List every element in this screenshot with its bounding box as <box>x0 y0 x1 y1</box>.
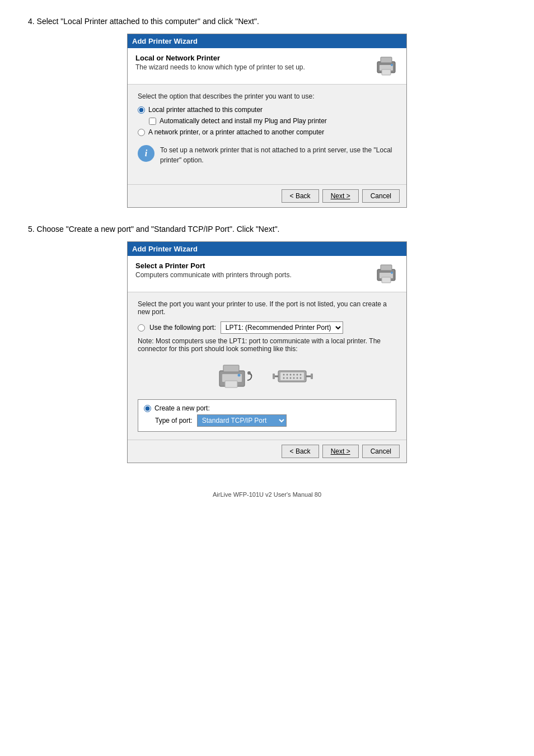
footer-text: AirLive WFP-101U v2 User's Manual 80 <box>213 491 321 498</box>
wizard-dialog-1: Add Printer Wizard Local or Network Prin… <box>127 34 407 208</box>
radio-network-printer-label: A network printer, or a printer attached… <box>148 128 324 136</box>
back-button-2[interactable]: < Back <box>282 445 319 458</box>
type-row: Type of port: Standard TCP/IP Port <box>155 414 390 427</box>
svg-rect-13 <box>225 381 237 388</box>
checkbox-pnp-label: Automatically detect and install my Plug… <box>160 117 327 125</box>
use-port-label: Use the following port: <box>149 324 216 332</box>
svg-rect-2 <box>381 57 392 63</box>
radio-create-port-input[interactable] <box>144 405 151 412</box>
radio-create-port[interactable]: Create a new port: <box>144 404 390 412</box>
svg-rect-8 <box>382 277 391 283</box>
svg-rect-17 <box>280 372 304 380</box>
wizard-heading-2: Select a Printer Port <box>135 262 292 270</box>
svg-point-25 <box>287 377 288 379</box>
printer-icon-1 <box>374 54 399 78</box>
radio-local-printer-label: Local printer attached to this computer <box>148 106 263 114</box>
wizard-title-2: Add Printer Wizard <box>132 245 198 253</box>
svg-point-21 <box>293 374 295 375</box>
radio-local-printer[interactable]: Local printer attached to this computer <box>138 106 396 114</box>
connector-illustration <box>273 362 317 390</box>
svg-point-19 <box>287 374 288 375</box>
type-select[interactable]: Standard TCP/IP Port <box>197 414 287 427</box>
wizard-title-1: Add Printer Wizard <box>132 37 198 45</box>
svg-point-23 <box>300 374 302 375</box>
wizard-header-1: Local or Network Printer The wizard need… <box>128 48 406 85</box>
svg-point-4 <box>391 64 393 66</box>
svg-point-22 <box>297 374 298 375</box>
port-note: Note: Most computers use the LPT1: port … <box>138 337 396 353</box>
wizard-prompt-1: Select the option that describes the pri… <box>138 92 396 100</box>
radio-network-printer[interactable]: A network printer, or a printer attached… <box>138 128 396 136</box>
radio-local-printer-input[interactable] <box>138 106 145 114</box>
step4-instruction: 4. Select "Local Printer attached to thi… <box>28 17 512 26</box>
radio-network-printer-input[interactable] <box>138 129 145 136</box>
info-icon-1: i <box>138 145 154 162</box>
create-port-section: Create a new port: Type of port: Standar… <box>138 399 396 432</box>
next-button-1[interactable]: Next > <box>322 189 359 203</box>
svg-point-20 <box>290 374 292 375</box>
svg-rect-12 <box>223 365 239 372</box>
svg-rect-7 <box>381 265 392 270</box>
info-text-1: To set up a network printer that is not … <box>160 145 396 165</box>
svg-point-14 <box>238 374 241 377</box>
svg-rect-30 <box>273 374 275 379</box>
printer-illustration <box>217 361 256 391</box>
wizard-header-text-1: Local or Network Printer The wizard need… <box>135 54 305 71</box>
wizard-footer-1: < Back Next > Cancel <box>128 184 406 207</box>
wizard-heading-1: Local or Network Printer <box>135 54 305 62</box>
wizard-subtext-1: The wizard needs to know which type of p… <box>135 63 305 71</box>
svg-point-9 <box>391 272 393 274</box>
step5-instruction: 5. Choose "Create a new port" and "Stand… <box>28 225 512 234</box>
wizard-header-text-2: Select a Printer Port Computers communic… <box>135 262 292 279</box>
create-port-label: Create a new port: <box>154 404 210 412</box>
wizard-dialog-2: Add Printer Wizard Select a Printer Port… <box>127 241 407 463</box>
svg-point-29 <box>300 377 302 379</box>
wizard-subtext-2: Computers communicate with printers thro… <box>135 271 292 279</box>
checkbox-pnp[interactable]: Automatically detect and install my Plug… <box>149 117 396 125</box>
printer-icon-2 <box>374 262 399 286</box>
wizard-titlebar-1: Add Printer Wizard <box>128 34 406 48</box>
checkbox-pnp-input[interactable] <box>149 118 156 125</box>
wizard-prompt-2: Select the port you want your printer to… <box>138 300 396 316</box>
svg-point-27 <box>293 377 295 379</box>
cancel-button-2[interactable]: Cancel <box>362 445 400 458</box>
port-select[interactable]: LPT1: (Recommended Printer Port) <box>221 321 343 334</box>
port-image-area <box>138 361 396 391</box>
wizard-footer-2: < Back Next > Cancel <box>128 440 406 463</box>
svg-rect-31 <box>311 374 313 379</box>
page-footer: AirLive WFP-101U v2 User's Manual 80 <box>22 491 512 498</box>
svg-rect-3 <box>382 69 391 75</box>
wizard-body-1: Select the option that describes the pri… <box>128 85 406 184</box>
wizard-header-2: Select a Printer Port Computers communic… <box>128 256 406 292</box>
svg-point-28 <box>297 377 298 379</box>
cancel-button-1[interactable]: Cancel <box>362 189 400 203</box>
svg-point-15 <box>247 371 251 375</box>
wizard-body-2: Select the port you want your printer to… <box>128 292 406 440</box>
wizard-titlebar-2: Add Printer Wizard <box>128 242 406 256</box>
svg-point-26 <box>290 377 292 379</box>
next-button-2[interactable]: Next > <box>322 445 359 458</box>
svg-point-18 <box>283 374 285 375</box>
info-box-1: i To set up a network printer that is no… <box>138 145 396 171</box>
back-button-1[interactable]: < Back <box>282 189 319 203</box>
type-label: Type of port: <box>155 417 193 424</box>
svg-point-24 <box>283 377 285 379</box>
radio-use-port[interactable] <box>138 324 145 332</box>
use-port-row: Use the following port: LPT1: (Recommend… <box>138 321 396 334</box>
